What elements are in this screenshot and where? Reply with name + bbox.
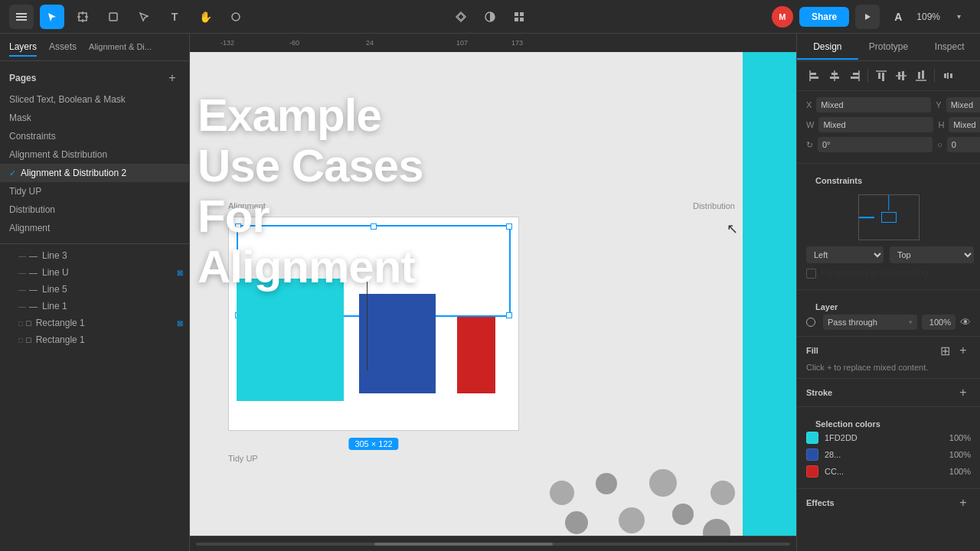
h-input[interactable] (949, 117, 980, 132)
page-item[interactable]: Distribution (0, 201, 189, 219)
ruler-bar: -132 -60 24 107 173 (190, 34, 796, 52)
tab-prototype[interactable]: Prototype (858, 35, 920, 60)
add-page-button[interactable]: + (165, 70, 180, 86)
svg-rect-33 (944, 73, 946, 78)
canvas-inner: Example Use Cases For Alignment Alignmen… (190, 52, 796, 536)
font-button[interactable]: A (886, 5, 910, 29)
align-right-button[interactable] (846, 67, 863, 84)
play-button[interactable] (855, 5, 880, 29)
color-swatch-blue[interactable] (806, 448, 818, 461)
layer-item[interactable]: — — Line 3 (0, 247, 189, 264)
constraints-outer (858, 194, 920, 240)
layer-item[interactable]: — — Line U ⊠ (0, 264, 189, 281)
tab-design[interactable]: Design (797, 35, 858, 60)
alignment-buttons (797, 61, 980, 91)
page-label: Sliced Text, Boolean & Mask (9, 94, 126, 105)
tab-layers[interactable]: Layers (9, 38, 37, 57)
comment-tool-button[interactable] (224, 5, 248, 29)
visibility-icon[interactable]: 👁 (960, 316, 971, 328)
align-center-v-button[interactable] (893, 67, 910, 84)
y-input[interactable] (946, 97, 980, 112)
theme-tool-button[interactable] (478, 5, 502, 29)
svg-rect-34 (947, 73, 949, 79)
hand-tool-button[interactable]: ✋ (193, 5, 217, 29)
align-bottom-button[interactable] (913, 67, 929, 84)
fix-position-checkbox[interactable] (806, 269, 816, 279)
frame-tool-button[interactable] (70, 5, 95, 29)
constraint-vertical-select[interactable]: Top Bottom Top and Bottom Center Scale (890, 246, 974, 263)
page-item[interactable]: Alignment (0, 219, 189, 237)
rect-icon: □ (26, 318, 31, 328)
constraint-horizontal-select[interactable]: Left Right Left and Right Center Scale (806, 246, 884, 263)
blend-mode-button[interactable]: Pass through ▾ (823, 315, 917, 330)
fill-header: Fill ⊞ + (806, 343, 971, 358)
dot (596, 473, 617, 494)
svg-rect-24 (878, 73, 880, 79)
select-tool-button[interactable] (132, 5, 156, 29)
svg-rect-2 (16, 19, 27, 21)
text-tool-button[interactable]: T (162, 5, 187, 29)
dot (703, 519, 730, 536)
page-item[interactable]: Constraints (0, 127, 189, 145)
distribute-h-button[interactable] (939, 67, 956, 84)
layer-label: Line 3 (42, 250, 67, 261)
sel-handle-br (506, 312, 512, 318)
color-swatch-cyan[interactable] (806, 432, 818, 444)
share-button[interactable]: Share (799, 7, 849, 27)
align-center-h-button[interactable] (826, 67, 843, 84)
color-opacity-blue: 100% (949, 450, 971, 459)
tab-inspect[interactable]: Inspect (919, 35, 980, 60)
color-hex-blue: 28... (825, 450, 943, 459)
layer-item[interactable]: □ □ Rectangle 1 ⊠ (0, 315, 189, 331)
move-tool-button[interactable] (40, 5, 64, 29)
align-top-button[interactable] (873, 67, 890, 84)
position-section: X Y W H ⊿ ↻ ○ ⊡ (797, 91, 980, 164)
x-input[interactable] (816, 97, 931, 112)
stroke-add-button[interactable]: + (956, 385, 971, 400)
tab-assets[interactable]: Assets (49, 38, 77, 57)
main-menu-button[interactable] (9, 5, 34, 29)
page-item[interactable]: Tidy UP (0, 182, 189, 201)
zoom-level[interactable]: 109% (916, 11, 940, 22)
corner-label: ○ (937, 140, 942, 149)
svg-rect-0 (16, 13, 27, 15)
align-divider (867, 69, 868, 83)
effects-add-button[interactable]: + (956, 495, 971, 510)
opacity-input[interactable] (922, 315, 956, 330)
layer-item[interactable]: □ □ Rectangle 1 (0, 331, 189, 348)
shape-tool-button[interactable] (101, 5, 126, 29)
fill-grid-icon[interactable]: ⊞ (937, 343, 952, 358)
fill-hint: Click + to replace mixed content. (806, 363, 971, 372)
constraint-selects: Left Right Left and Right Center Scale T… (806, 246, 971, 263)
sidebar-content: Pages + Sliced Text, Boolean & Mask Mask… (0, 61, 189, 551)
page-item-active[interactable]: ✓ Alignment & Distribution 2 (0, 164, 189, 182)
layer-item[interactable]: — — Line 1 (0, 298, 189, 315)
corner-input[interactable] (947, 137, 980, 152)
horizontal-scrollbar[interactable] (196, 543, 790, 546)
rotation-input[interactable] (818, 137, 933, 152)
stroke-header: Stroke + (806, 385, 971, 400)
align-left-button[interactable] (806, 67, 823, 84)
page-item[interactable]: Sliced Text, Boolean & Mask (0, 90, 189, 109)
user-avatar[interactable]: M (772, 6, 793, 28)
fix-position-row: Fix position when scrolling (806, 263, 971, 283)
w-input[interactable] (818, 117, 933, 132)
scrollbar-thumb[interactable] (374, 543, 553, 546)
effects-header: Effects + (806, 495, 971, 510)
ruler-mark: 173 (511, 39, 523, 47)
component-tool-button[interactable] (449, 5, 473, 29)
page-item[interactable]: Mask (0, 109, 189, 127)
grid-tool-button[interactable] (507, 5, 531, 29)
fill-add-button[interactable]: + (956, 343, 971, 358)
svg-rect-35 (950, 73, 952, 78)
zoom-chevron[interactable]: ▾ (946, 5, 971, 29)
resize-badge: ⊠ (177, 319, 183, 328)
page-item[interactable]: Alignment & Distribution (0, 145, 189, 164)
bottom-bar (190, 536, 796, 551)
fix-position-label: Fix position when scrolling (821, 268, 928, 279)
color-swatch-red[interactable] (806, 465, 818, 478)
tidy-label: Tidy UP (228, 454, 258, 463)
layer-item[interactable]: — — Line 5 (0, 281, 189, 298)
pages-title: Pages (9, 73, 36, 83)
tab-alignment[interactable]: Alignment & Di... (89, 39, 152, 56)
